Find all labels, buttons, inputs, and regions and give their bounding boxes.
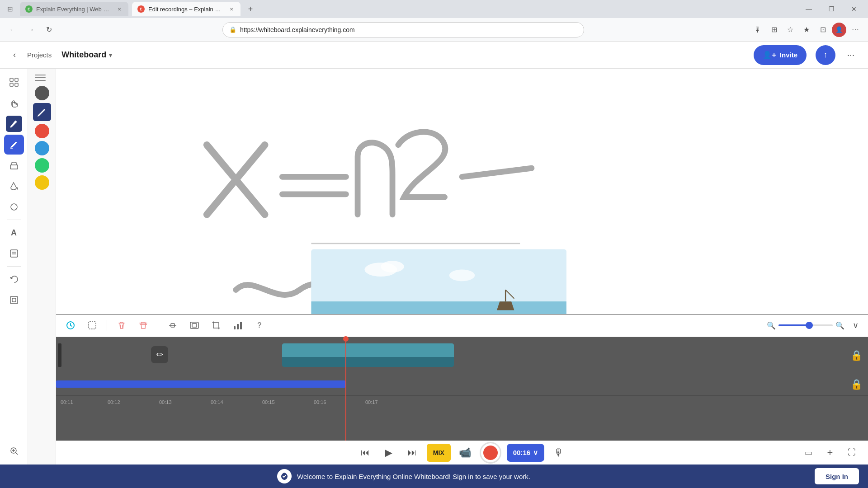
browser-titlebar: ⊟ E Explain Everything | Web W... ✕ E Ed… bbox=[0, 0, 868, 18]
tl-separator-2 bbox=[158, 320, 158, 331]
fast-forward-btn[interactable]: ⏭ bbox=[403, 444, 421, 462]
whiteboard-title: Whiteboard bbox=[61, 50, 106, 60]
profile-btn[interactable]: 👤 bbox=[832, 23, 846, 37]
select-btn[interactable] bbox=[83, 316, 101, 334]
dropdown-chevron-icon: ▾ bbox=[109, 52, 112, 59]
playhead[interactable] bbox=[345, 337, 346, 441]
mic-toolbar-btn[interactable]: 🎙 bbox=[750, 23, 765, 37]
favorites-star-btn[interactable]: ☆ bbox=[783, 23, 797, 37]
text-tool-btn[interactable]: A bbox=[4, 223, 24, 243]
restore-btn[interactable]: ❐ bbox=[821, 2, 842, 16]
crop-btn[interactable] bbox=[207, 316, 225, 334]
add-clip-btn[interactable]: + bbox=[821, 444, 839, 462]
color-swatch-yellow[interactable] bbox=[35, 175, 49, 190]
ruler-00-12: 00:12 bbox=[108, 399, 120, 405]
canvas-area[interactable] bbox=[56, 69, 868, 314]
resize-clip-btn[interactable] bbox=[185, 316, 203, 334]
browser-tab-2[interactable]: E Edit recordings – Explain Everyth ✕ bbox=[132, 2, 241, 16]
projects-link[interactable]: Projects bbox=[27, 51, 52, 59]
track1-lock-icon[interactable]: 🔒 bbox=[850, 350, 863, 361]
shape-tool-btn[interactable] bbox=[4, 197, 24, 217]
hand-tool-btn[interactable] bbox=[4, 93, 24, 113]
tab1-close-btn[interactable]: ✕ bbox=[116, 5, 123, 13]
record-btn[interactable] bbox=[480, 442, 501, 464]
address-bar[interactable]: 🔒 https://whiteboard.explaineverything.c… bbox=[222, 22, 584, 38]
timeline-ruler: 00:11 00:12 00:13 00:14 00:15 00:16 00:1… bbox=[56, 396, 868, 408]
color-swatch-green[interactable] bbox=[35, 158, 49, 173]
color-swatch-blue[interactable] bbox=[35, 141, 49, 155]
split-btn[interactable]: ⊡ bbox=[816, 23, 830, 37]
svg-rect-10 bbox=[12, 298, 16, 302]
svg-rect-3 bbox=[15, 83, 18, 86]
pen-tool-btn[interactable] bbox=[4, 114, 24, 134]
share-btn[interactable]: ↑ bbox=[816, 45, 835, 65]
zoom-out-icon[interactable]: 🔍 bbox=[767, 321, 776, 330]
clip-select-btn[interactable] bbox=[61, 316, 80, 334]
svg-point-23 bbox=[449, 270, 475, 282]
sticker-tool-btn[interactable] bbox=[4, 244, 24, 263]
grid-tool-btn[interactable] bbox=[4, 72, 24, 92]
clip-edit-badge[interactable]: ✏ bbox=[151, 346, 168, 363]
forward-btn[interactable]: → bbox=[24, 23, 38, 37]
play-btn[interactable]: ▶ bbox=[380, 444, 398, 462]
mix-btn[interactable]: MIX bbox=[427, 444, 451, 462]
ruler-00-17: 00:17 bbox=[365, 399, 378, 405]
fill-tool-btn[interactable] bbox=[4, 176, 24, 196]
whiteboard-title-btn[interactable]: Whiteboard ▾ bbox=[57, 47, 117, 62]
back-btn[interactable]: ← bbox=[5, 23, 20, 37]
stats-btn[interactable] bbox=[229, 316, 247, 334]
extensions-btn[interactable]: ⊞ bbox=[767, 23, 781, 37]
sidebar-toggle-icon[interactable]: ⊟ bbox=[4, 3, 16, 15]
svg-rect-9 bbox=[10, 296, 18, 304]
track2-lock-icon[interactable]: 🔒 bbox=[850, 379, 863, 390]
zoom-in-btn[interactable] bbox=[4, 441, 24, 461]
invite-btn[interactable]: 👤+ Invite bbox=[754, 45, 807, 65]
highlight-tool-btn[interactable] bbox=[4, 135, 24, 155]
delete-all-btn[interactable] bbox=[134, 316, 152, 334]
rewind-btn[interactable]: ⏮ bbox=[356, 444, 374, 462]
zoom-thumb[interactable] bbox=[806, 322, 813, 329]
time-display[interactable]: 00:16 ∨ bbox=[507, 444, 544, 462]
timeline-panel: ? 🔍 🔍 ∨ bbox=[56, 314, 868, 441]
svg-rect-0 bbox=[10, 78, 13, 81]
browser-tab-1[interactable]: E Explain Everything | Web W... ✕ bbox=[20, 2, 128, 16]
banner-text: Welcome to Explain Everything Online Whi… bbox=[297, 473, 530, 480]
camera-btn[interactable]: 📹 bbox=[456, 444, 474, 462]
eraser-tool-btn[interactable] bbox=[4, 155, 24, 175]
undo-btn[interactable] bbox=[4, 269, 24, 289]
zoom-in-icon[interactable]: 🔍 bbox=[835, 321, 844, 330]
color-swatch-black[interactable] bbox=[35, 86, 49, 100]
delete-clip-btn[interactable] bbox=[113, 316, 131, 334]
help-btn[interactable]: ? bbox=[250, 316, 269, 334]
ruler-00-14: 00:14 bbox=[211, 399, 223, 405]
toolbar-divider-2 bbox=[7, 266, 21, 267]
new-tab-btn[interactable]: + bbox=[244, 3, 257, 15]
settings-btn[interactable]: ⋯ bbox=[848, 23, 863, 37]
trim-btn[interactable] bbox=[164, 316, 182, 334]
minimize-btn[interactable]: — bbox=[798, 2, 819, 16]
fullscreen-btn[interactable]: ⛶ bbox=[843, 444, 861, 462]
tab2-close-btn[interactable]: ✕ bbox=[228, 5, 235, 13]
signin-btn[interactable]: Sign In bbox=[815, 468, 859, 484]
frame-tool-btn[interactable] bbox=[4, 290, 24, 310]
refresh-btn[interactable]: ↻ bbox=[42, 23, 56, 37]
timeline-expand-btn[interactable]: ∨ bbox=[848, 318, 863, 333]
close-btn[interactable]: ✕ bbox=[844, 2, 864, 16]
zoom-slider[interactable] bbox=[778, 324, 833, 326]
back-to-projects-btn[interactable]: ‹ bbox=[7, 48, 22, 62]
svg-rect-20 bbox=[311, 301, 566, 314]
more-options-btn[interactable]: ··· bbox=[841, 45, 861, 65]
pen-color-selected[interactable] bbox=[33, 103, 51, 121]
mic-btn[interactable]: 🎙 bbox=[550, 444, 568, 462]
color-swatch-red[interactable] bbox=[35, 124, 49, 138]
ruler-00-13: 00:13 bbox=[159, 399, 172, 405]
zoom-track bbox=[778, 324, 808, 326]
svg-rect-33 bbox=[240, 322, 242, 329]
time-value: 00:16 bbox=[513, 449, 530, 456]
canvas-timeline: ? 🔍 🔍 ∨ bbox=[56, 69, 868, 441]
screen-record-btn[interactable]: ▭ bbox=[799, 444, 817, 462]
collections-btn[interactable]: ★ bbox=[799, 23, 814, 37]
palette-menu-btn[interactable] bbox=[35, 72, 49, 83]
timeline-track-1: ✏ 🔒 bbox=[56, 337, 868, 373]
teal-clip[interactable] bbox=[282, 343, 454, 367]
